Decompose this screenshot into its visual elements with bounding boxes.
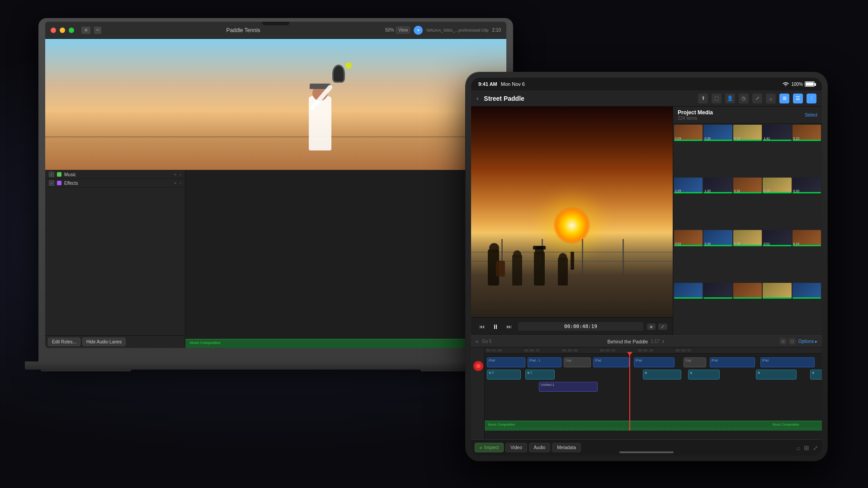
music-checkbox[interactable]: ✓ xyxy=(49,172,54,177)
toolbar-icon-2[interactable]: ↩ xyxy=(94,27,101,34)
ipad-search-icon[interactable]: ⌕ xyxy=(766,94,776,103)
thumb-4[interactable]: 1:42 xyxy=(763,125,791,141)
home-indicator[interactable] xyxy=(619,451,674,453)
thumb-5[interactable]: 0:23 xyxy=(793,125,821,141)
clip-blue-1[interactable]: iPad xyxy=(487,357,525,367)
thumb-17[interactable] xyxy=(703,283,732,299)
toolbar-grid-icon[interactable]: ⊞ xyxy=(804,444,809,451)
thumb-11[interactable]: 0:02 xyxy=(674,230,703,246)
fullscreen-button[interactable] xyxy=(69,28,74,33)
thumb-inner-17 xyxy=(703,283,732,299)
right-playback-controls: ◈ ⤢ xyxy=(647,324,667,330)
effects-label: Effects xyxy=(64,181,171,186)
clip-teal-4[interactable]: ◈ xyxy=(688,370,720,380)
thumb-16[interactable] xyxy=(674,283,703,299)
clip-teal-2[interactable]: ◈ 2 xyxy=(525,370,555,380)
timeline-view-icon[interactable]: ⋮ xyxy=(807,94,816,103)
grid-view-icon[interactable]: ⊞ xyxy=(779,94,789,103)
clip-blue-6[interactable]: iPad xyxy=(760,357,815,367)
fcpx-ipad-app: ‹ Street Paddle ⬆ ⬚ 👤 ◷ ⤢ ⌕ xyxy=(471,90,822,455)
toolbar-search-icon[interactable]: ⌕ xyxy=(797,444,800,451)
video-button[interactable]: Video xyxy=(505,443,527,452)
ipad-timecode-display: 00:00:48:19 xyxy=(518,322,643,331)
options-button[interactable]: Options ▸ xyxy=(798,339,817,344)
clip-blue-3[interactable]: iPad xyxy=(593,357,629,367)
p1-backpack xyxy=(496,261,505,277)
thumb-12[interactable]: 0:16 xyxy=(703,230,732,246)
player-paddle xyxy=(332,65,345,83)
thumb-bar-12 xyxy=(703,245,732,246)
thumb-10[interactable]: 0:20 xyxy=(793,178,821,194)
camera-icon[interactable]: ⬚ xyxy=(712,94,722,103)
record-button[interactable] xyxy=(473,361,483,371)
effects-checkbox[interactable]: ✓ xyxy=(49,180,54,186)
ipad-tracks-area: 00:01:00 00:00:35 00:00:40 00:00:45 00:0… xyxy=(485,347,822,439)
clip-blue-2[interactable]: iPad - 1 xyxy=(528,357,561,367)
thumb-9[interactable]: 0:18 xyxy=(763,178,791,194)
clip-blue-4[interactable]: iPad xyxy=(634,357,675,367)
clip-teal-1[interactable]: ◈ 3 xyxy=(487,370,521,380)
tertiary-track-row: Untitled-1 xyxy=(485,382,822,393)
back-chevron-icon[interactable]: ‹ xyxy=(476,95,478,102)
thumb-2[interactable]: 0:26 xyxy=(703,125,732,141)
thumb-bar-19 xyxy=(763,297,791,299)
inspect-button[interactable]: ≡ Inspect xyxy=(475,443,504,452)
thumb-1[interactable]: 0:09 xyxy=(674,125,703,141)
clip-gap-2[interactable]: Gap xyxy=(684,357,706,367)
audio-button[interactable]: Audio xyxy=(529,443,551,452)
resolution-btn[interactable]: ◈ xyxy=(647,324,656,330)
list-view-icon[interactable]: ☰ xyxy=(793,94,803,103)
clip-gap-1[interactable]: Gap xyxy=(564,357,591,367)
zoom-out-icon[interactable]: ⊟ xyxy=(788,338,796,345)
media-select-button[interactable]: Select xyxy=(805,113,817,117)
thumb-20[interactable] xyxy=(793,283,821,299)
edit-roles-button[interactable]: Edit Roles... xyxy=(48,338,80,346)
fullscreen-icon[interactable]: ⤢ xyxy=(752,94,762,103)
toolbar-icon-1[interactable]: ⊞ xyxy=(81,27,90,34)
thumb-6[interactable]: 1:25 xyxy=(674,178,703,194)
fullscreen-btn[interactable]: ⤢ xyxy=(658,324,667,330)
clock-icon[interactable]: ◷ xyxy=(739,94,749,103)
metadata-button[interactable]: Metadata xyxy=(552,443,581,452)
role-effects: ✓ Effects ≡ ○ xyxy=(45,179,185,188)
macbook-device: ⊞ ↩ Paddle Tennis 50% View ● NINJAA_S001… xyxy=(38,18,513,361)
thumb-18[interactable] xyxy=(733,283,762,299)
thumb-8[interactable]: 0:32 xyxy=(733,178,762,194)
thumb-19[interactable] xyxy=(763,283,791,299)
ipad-timeline: ⊳ Go 5 Behind the Paddle 1:17 ℹ ⊞ ⊟ xyxy=(471,335,822,439)
effects-color xyxy=(57,181,61,185)
go-end-button[interactable]: ⏭ xyxy=(504,321,514,332)
thumb-14[interactable]: 0:01 xyxy=(763,230,791,246)
clip-blue-5[interactable]: iPad xyxy=(710,357,755,367)
go-start-button[interactable]: ⏮ xyxy=(476,321,487,332)
close-button[interactable] xyxy=(51,28,56,33)
clip-untitled-1[interactable]: Untitled-1 xyxy=(539,382,598,392)
left-playback-controls: ⏮ ⏸ ⏭ xyxy=(476,321,514,332)
hide-audio-lanes-button[interactable]: Hide Audio Lanes xyxy=(82,338,126,346)
music-composition-track: Music Composition xyxy=(185,339,506,348)
clip-teal-6[interactable]: ◈ xyxy=(810,370,822,380)
zoom-in-icon[interactable]: ⊞ xyxy=(779,338,787,345)
share-icon[interactable]: ⬆ xyxy=(698,94,708,103)
minimize-button[interactable] xyxy=(60,28,65,33)
go-start-timeline-btn[interactable]: ⊳ xyxy=(476,339,479,344)
ipad-device: 9:41 AM Mon Nov 6 100% xyxy=(466,72,827,461)
fence-post-3 xyxy=(582,239,583,275)
clip-teal-3[interactable]: ◈ xyxy=(643,370,681,380)
play-pause-button[interactable]: ⏸ xyxy=(490,321,501,332)
thumb-13[interactable]: 0:09 xyxy=(733,230,762,246)
person-icon[interactable]: 👤 xyxy=(725,94,735,103)
playhead[interactable] xyxy=(629,354,630,431)
view-button[interactable]: View xyxy=(396,27,410,33)
right-toolbar-icons: ⌕ ⊞ ⤢ xyxy=(797,444,818,451)
thumb-bar-20 xyxy=(793,297,821,299)
timeline-options: ⊞ ⊟ Options ▸ xyxy=(779,338,817,345)
music-label: Music Composition xyxy=(190,341,221,345)
go-5-btn[interactable]: Go 5 xyxy=(482,339,492,344)
thumb-7[interactable]: 1:20 xyxy=(703,178,732,194)
clip-teal-5[interactable]: ◈ xyxy=(756,370,797,380)
timeline-info-icon[interactable]: ℹ xyxy=(662,339,664,344)
thumb-3[interactable]: 0:10 xyxy=(733,125,762,141)
thumb-15[interactable]: 0:14 xyxy=(793,230,821,246)
toolbar-expand-icon[interactable]: ⤢ xyxy=(813,444,818,451)
